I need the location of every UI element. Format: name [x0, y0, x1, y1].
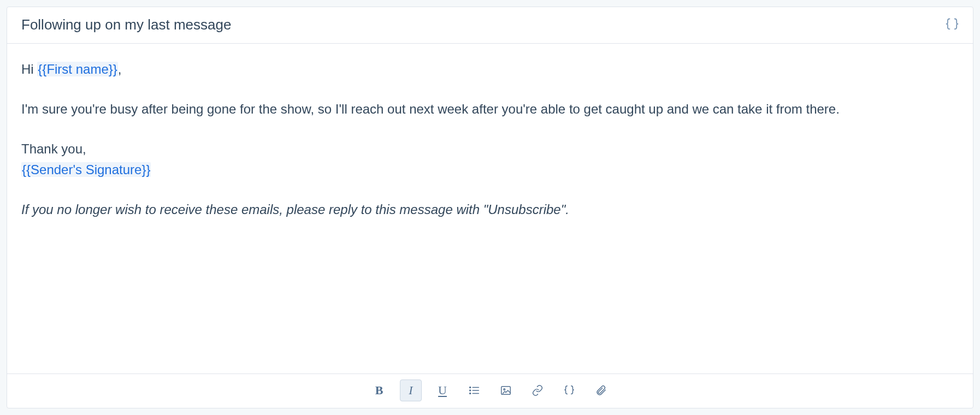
greeting-line: Hi {{First name}},	[21, 59, 959, 79]
insert-token-button[interactable]	[558, 380, 580, 401]
greeting-suffix: ,	[118, 62, 122, 76]
bold-icon: B	[375, 383, 383, 398]
braces-icon	[563, 384, 575, 396]
email-editor: Hi {{First name}}, I'm sure you're busy …	[7, 7, 973, 408]
italic-button[interactable]: I	[400, 380, 422, 401]
underline-button[interactable]: U	[432, 380, 453, 401]
link-icon	[532, 384, 544, 396]
bold-button[interactable]: B	[368, 380, 390, 401]
greeting-prefix: Hi	[21, 62, 37, 76]
underline-icon: U	[438, 383, 447, 398]
braces-icon	[944, 17, 960, 32]
bullet-list-button[interactable]	[463, 380, 485, 401]
paperclip-icon	[595, 384, 607, 396]
signature-token[interactable]: {{Sender's Signature}}	[21, 162, 151, 177]
insert-token-subject-button[interactable]	[943, 16, 961, 33]
formatting-toolbar: B I U	[7, 374, 973, 408]
italic-icon: I	[409, 383, 412, 398]
signature-line: {{Sender's Signature}}	[21, 159, 959, 180]
svg-point-2	[470, 393, 471, 394]
unsubscribe-line: If you no longer wish to receive these e…	[21, 199, 959, 220]
bullet-list-icon	[468, 384, 480, 396]
svg-point-1	[470, 390, 471, 391]
subject-row	[7, 7, 973, 44]
body-paragraph-1: I'm sure you're busy after being gone fo…	[21, 99, 959, 119]
subject-input[interactable]	[21, 16, 943, 33]
insert-link-button[interactable]	[527, 380, 548, 401]
svg-point-0	[470, 387, 471, 388]
insert-image-button[interactable]	[495, 380, 517, 401]
image-icon	[500, 384, 512, 396]
email-body-editor[interactable]: Hi {{First name}}, I'm sure you're busy …	[7, 44, 973, 374]
attachment-button[interactable]	[590, 380, 612, 401]
closing-line: Thank you,	[21, 139, 959, 159]
svg-point-7	[504, 389, 505, 390]
first-name-token[interactable]: {{First name}}	[37, 62, 117, 76]
